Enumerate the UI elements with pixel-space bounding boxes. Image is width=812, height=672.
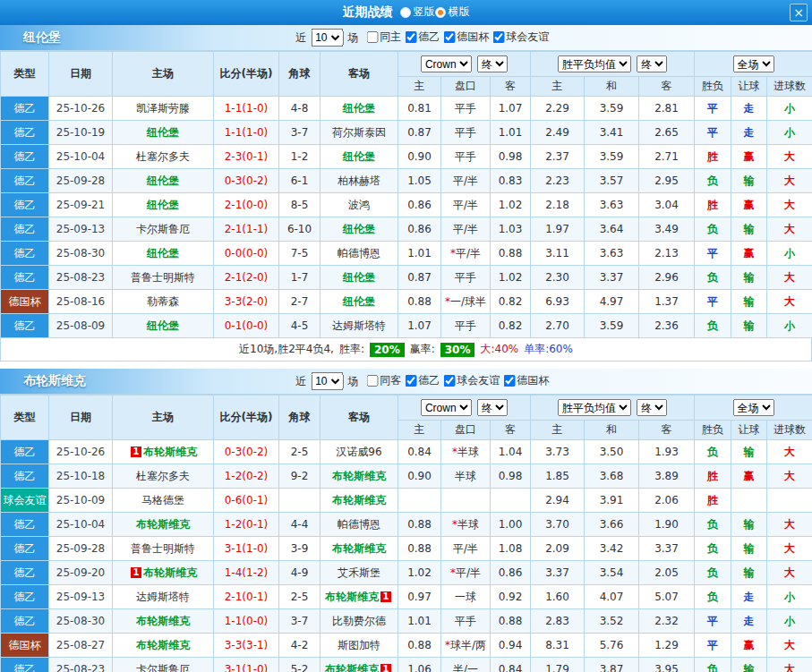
team-name-text: 布轮斯维克 [332, 470, 386, 482]
result-cell: 负 [695, 537, 731, 561]
section-header: 布轮斯维克 近 10 场 同客德乙球会友谊德国杯 [0, 369, 812, 395]
match-type-cell: 德乙 [1, 193, 49, 217]
checkbox-input[interactable] [443, 31, 455, 43]
asian-odds-time-select[interactable]: 终 [477, 55, 508, 72]
match-type-cell: 德乙 [1, 217, 49, 242]
europe-odds-time-select[interactable]: 终 [637, 55, 667, 72]
asian-odds-time-select[interactable]: 终 [477, 399, 508, 416]
europe-home-odds-cell: 1.85 [531, 464, 585, 489]
away-give-handicap-star: * [445, 295, 450, 308]
asian-handicap-cell: 平/半 [441, 193, 491, 217]
corner-cell: 6-10 [279, 217, 321, 242]
filter-checkbox[interactable]: 德国杯 [503, 373, 549, 388]
layout-radio-option[interactable]: 横版 [435, 4, 470, 20]
checkbox-input[interactable] [405, 375, 416, 387]
handicap-win-label: 赢率: [410, 342, 435, 357]
checkbox-input[interactable] [492, 31, 504, 43]
filter-checkbox[interactable]: 同主 [366, 30, 401, 45]
corner-cell: 5-2 [279, 658, 321, 672]
match-type-cell: 德乙 [1, 242, 49, 266]
away-team-cell: 纽伦堡 [321, 97, 398, 121]
odds-company-select[interactable]: Crown [421, 399, 472, 416]
home-team-cell: 达姆斯塔特 [113, 585, 214, 609]
match-type-cell: 德乙 [1, 561, 49, 585]
europe-odds-time-select[interactable]: 终 [637, 399, 667, 416]
europe-home-odds-cell: 1.60 [531, 585, 585, 609]
recent-count-select[interactable]: 10 [311, 29, 343, 47]
corner-cell: 2-7 [279, 290, 321, 314]
europe-away-odds-cell: 2.36 [639, 314, 695, 338]
match-row: 德乙25-10-04杜塞尔多夫2-3(0-1)1-2纽伦堡0.90平手0.982… [1, 145, 812, 169]
asian-handicap-cell: 平手 [441, 609, 491, 634]
team-name-text: 布轮斯维克 [325, 663, 379, 672]
checkbox-input[interactable] [503, 375, 515, 387]
asian-home-odds-cell [398, 489, 441, 513]
filter-checkbox[interactable]: 同客 [366, 373, 401, 388]
corner-cell: 8-5 [279, 193, 321, 217]
score-cell: 0-0(0-0) [214, 242, 279, 266]
col-score: 比分(半场) [214, 396, 279, 440]
match-type-cell: 德乙 [1, 314, 49, 338]
checkbox-input[interactable] [366, 31, 378, 43]
filter-checkbox[interactable]: 德乙 [405, 373, 440, 388]
layout-radio-option[interactable]: 竖版 [400, 4, 435, 20]
checkbox-label: 同主 [380, 30, 401, 45]
win-rate-label: 胜率: [339, 342, 364, 357]
scope-select[interactable]: 全场 [733, 399, 774, 416]
match-row: 德乙25-09-13达姆斯塔特2-1(0-1)2-5布轮斯维克10.97一球0.… [1, 585, 812, 609]
team-name-text: 杜塞尔多夫 [136, 470, 190, 482]
europe-away-odds-cell: 2.32 [639, 609, 695, 634]
handicap-result-cell: 赢 [731, 145, 767, 169]
europe-away-odds-cell: 2.71 [639, 145, 695, 169]
match-date-cell: 25-08-09 [49, 314, 113, 338]
layout-radio-group: 竖版横版 [400, 4, 470, 21]
europe-away-odds-cell: 2.81 [639, 97, 695, 121]
away-give-handicap-star: * [450, 566, 456, 579]
filter-checkbox[interactable]: 球会友谊 [492, 30, 549, 45]
team-name-text: 杜塞尔多夫 [136, 150, 190, 163]
checkbox-input[interactable] [443, 375, 455, 387]
europe-away-odds-cell: 1.93 [639, 440, 695, 464]
corner-cell: 4-9 [279, 561, 321, 585]
away-team-cell: 布轮斯维克 [321, 464, 398, 489]
europe-draw-odds-cell: 3.42 [585, 537, 639, 561]
europe-home-odds-cell: 2.23 [531, 169, 585, 193]
col-home: 主场 [113, 52, 214, 97]
home-team-cell: 普鲁士明斯特 [113, 537, 214, 561]
europe-odds-select[interactable]: 胜平负均值 [558, 399, 631, 416]
team-name-text: 纽伦堡 [147, 199, 179, 211]
col-goals: 进球数 [767, 421, 812, 440]
filter-checkbox[interactable]: 德乙 [405, 30, 440, 45]
radio-icon[interactable] [400, 7, 411, 18]
window-title: 近期战绩 [343, 4, 393, 21]
filter-checkbox[interactable]: 德国杯 [443, 30, 489, 45]
match-type-cell: 德乙 [1, 513, 49, 537]
big-rate: 大:40% [480, 342, 518, 357]
europe-odds-select[interactable]: 胜平负均值 [558, 55, 631, 72]
checkbox-input[interactable] [405, 31, 416, 43]
odds-company-select[interactable]: Crown [421, 55, 472, 72]
score-cell: 2-1(2-0) [214, 266, 279, 290]
europe-home-odds-cell: 3.73 [531, 440, 585, 464]
scope-select[interactable]: 全场 [733, 55, 774, 72]
red-card-badge: 1 [131, 567, 141, 578]
close-button[interactable]: × [790, 4, 808, 21]
asian-home-odds-cell: 1.01 [398, 609, 441, 634]
team-name-text: 纽伦堡 [343, 102, 375, 115]
handicap-result-cell: 输 [731, 290, 767, 314]
corner-cell: 6-1 [279, 169, 321, 193]
recent-count-select[interactable]: 10 [311, 372, 343, 390]
europe-home-odds-cell: 2.49 [531, 121, 585, 145]
games-label: 场 [347, 374, 358, 389]
results-table: 类型 日期 主场 比分(半场) 角球 客场 Crown 终 胜平负均值 终 全场 [0, 395, 812, 672]
radio-icon[interactable] [435, 7, 446, 18]
team-name-text: 纽伦堡 [343, 150, 375, 163]
asian-home-odds-cell: 0.90 [398, 464, 441, 489]
col-score: 比分(半场) [214, 52, 279, 97]
europe-home-odds-cell: 2.37 [531, 145, 585, 169]
checkbox-input[interactable] [366, 375, 378, 387]
handicap-result-cell: 输 [731, 266, 767, 290]
europe-draw-odds-cell: 3.50 [585, 440, 639, 464]
match-row: 德乙25-10-19纽伦堡1-1(1-0)3-7荷尔斯泰因0.87平手1.012… [1, 121, 812, 145]
filter-checkbox[interactable]: 球会友谊 [443, 373, 500, 388]
